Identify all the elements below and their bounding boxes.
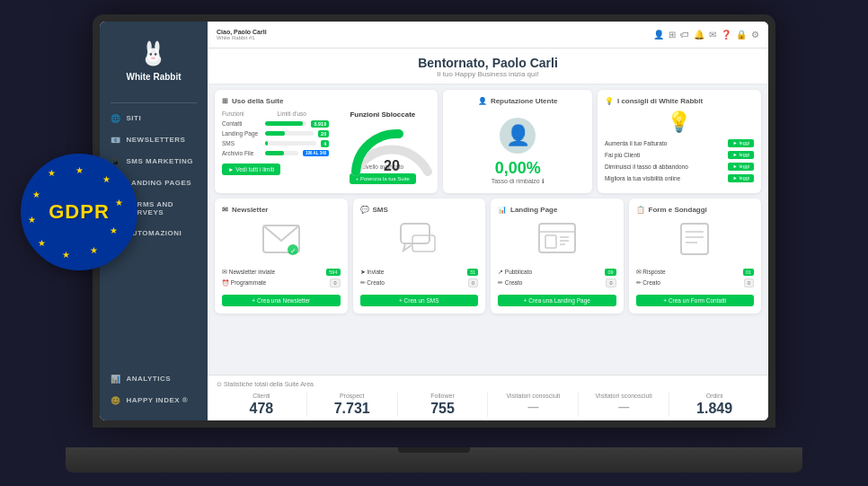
suite-val-landing: 20 (318, 130, 329, 137)
sms-bubble-icon (360, 221, 479, 263)
sms-sent-value: 31 (467, 269, 478, 276)
create-form-button[interactable]: + Crea un Form Contatti (636, 295, 755, 306)
newsletter-programmed-value: 0 (330, 278, 340, 287)
svg-text:★: ★ (75, 165, 84, 175)
topbar-icons: 👤 ⊞ 🏷 🔔 ✉ ❓ 🔒 ⚙ (653, 30, 759, 40)
newsletter-envelope-icon: ✓ (222, 221, 341, 263)
sidebar-item-newsletters[interactable]: 📧 NEWSLETTERS (100, 129, 208, 151)
tip-btn-1[interactable]: ► leggi (728, 151, 754, 159)
stat-name-visitatori-sconosciuti: Visitatori sconosciuti (582, 393, 665, 399)
sms-created-value: 0 (468, 278, 478, 287)
grid-topbar-icon[interactable]: ⊞ (669, 30, 676, 40)
gear-topbar-icon[interactable]: ⚙ (751, 30, 759, 40)
suite-row-landing: Landing Page 20 (222, 130, 329, 137)
stat-col-visitatori-sconosciuti: Visitatori sconosciuti — (579, 393, 669, 417)
tip-row-0: Aumenta il tuo Fatturato ► leggi (605, 139, 754, 147)
create-landing-button[interactable]: + Crea una Landing Page (498, 295, 616, 306)
suite-bar-sms (265, 141, 316, 146)
sidebar-item-siti[interactable]: 🌐 SITI (100, 108, 208, 129)
landing-created-value: 0 (606, 278, 616, 287)
laptop-frame: White Rabbit 🌐 SITI 📧 NEWSLETTERS 📱 SMS … (66, 14, 802, 473)
tip-btn-3[interactable]: ► leggi (728, 174, 754, 182)
sms-stat-sent: ➤ Inviate 31 (360, 269, 479, 276)
suite-row-archivio: Archivio File 196 AL 340 (222, 150, 329, 156)
svg-point-14 (150, 53, 153, 56)
stat-col-clienti: Clienti 478 (217, 393, 307, 417)
cards-row-2: ✉ Newsletter ✓ (215, 199, 761, 314)
tips-card: 💡 I consigli di White Rabbit 💡 Aumenta i… (598, 90, 761, 193)
svg-text:★: ★ (32, 189, 40, 199)
sidebar-item-analytics[interactable]: 📊 ANALYTICS (100, 368, 208, 390)
laptop-screen: White Rabbit 🌐 SITI 📧 NEWSLETTERS 📱 SMS … (100, 22, 768, 420)
tip-row-3: Migliora la tua visibilità online ► legg… (605, 174, 754, 182)
stat-name-ordini: Ordini (673, 393, 756, 399)
landing-created-label: ✏ Creato (498, 279, 522, 287)
svg-text:20: 20 (384, 158, 400, 173)
tip-btn-0[interactable]: ► leggi (728, 139, 754, 147)
stat-value-ordini: 1.849 (673, 401, 756, 417)
tip-row-2: Diminuisci il tasso di abbandono ► leggi (605, 163, 754, 171)
stats-footer-grid: Clienti 478 Prospect 7.731 Follower 755 (217, 393, 759, 417)
sidebar-brand-label: White Rabbit (126, 72, 181, 82)
forms-created-label: ✏ Creato (636, 279, 660, 287)
topbar-greeting: Ciao, Paolo Carli (217, 29, 267, 35)
suite-label-sms: SMS (222, 140, 262, 146)
landing-card-icon: 📊 (498, 206, 507, 214)
forms-stat-created: ✏ Creato 0 (636, 278, 755, 287)
lock-topbar-icon[interactable]: 🔒 (736, 30, 747, 40)
stat-col-follower: Follower 755 (398, 393, 489, 417)
suite-label-contatti: Contatti (222, 120, 262, 127)
avatar: 👤 (500, 118, 536, 154)
suite-inner: Funzioni Limiti d'uso Contatti (222, 110, 430, 184)
tag-topbar-icon[interactable]: 🏷 (680, 30, 689, 40)
stat-name-prospect: Prospect (311, 393, 394, 399)
sms-card: 💬 SMS (353, 199, 486, 314)
view-limits-button[interactable]: ► Vedi tutti i limiti (222, 163, 280, 175)
stats-footer: ⊙ Statistiche totali della Suite Area Cl… (208, 375, 768, 420)
help-topbar-icon[interactable]: ❓ (721, 30, 731, 40)
sidebar-item-happyindex[interactable]: 😊 HAPPY INDEX ® (100, 390, 208, 411)
gdpr-badge[interactable]: ★ ★ ★ ★ ★ ★ ★ ★ ★ ★ GDPR (21, 154, 137, 270)
gauge-wrap: 20 (347, 122, 419, 162)
stat-col-prospect: Prospect 7.731 (307, 393, 398, 417)
sidebar-logo: White Rabbit (119, 31, 188, 89)
stat-value-visitatori-conosciuti: — (492, 401, 574, 413)
sms-card-title: 💬 SMS (360, 206, 479, 214)
user-topbar-icon[interactable]: 👤 (653, 30, 664, 40)
forms-created-value: 0 (744, 278, 754, 287)
svg-text:★: ★ (115, 198, 123, 208)
stat-value-visitatori-sconosciuti: — (582, 401, 665, 413)
scene: ★ ★ ★ ★ ★ ★ ★ ★ ★ ★ GDPR (48, 10, 820, 477)
svg-point-13 (147, 48, 160, 62)
suite-row-sms: SMS 4 (222, 140, 329, 147)
svg-text:★: ★ (62, 249, 70, 259)
stat-value-clienti: 478 (220, 401, 303, 417)
landing-page-card: 📊 Landing Page (491, 199, 624, 314)
mail-topbar-icon[interactable]: ✉ (709, 30, 716, 40)
sidebar-divider (111, 102, 197, 103)
suite-label-archivio: Archivio File (222, 150, 262, 156)
suite-icon: ⊞ (222, 97, 228, 105)
sms-created-label: ✏ Creato (360, 279, 385, 287)
newsletter-sent-label: ✉ Newsletter inviate (222, 269, 275, 276)
stat-name-follower: Follower (402, 393, 484, 399)
cards-area: ⊞ Uso della Suite Funzioni Limiti d'uso (208, 84, 768, 375)
suite-val-sms: 4 (321, 140, 329, 147)
laptop-screen-frame: White Rabbit 🌐 SITI 📧 NEWSLETTERS 📱 SMS … (93, 14, 775, 428)
reputation-title: 👤 Reputazione Utente (478, 97, 558, 105)
bell-topbar-icon[interactable]: 🔔 (694, 30, 704, 40)
suite-th-funzioni: Funzioni (222, 110, 274, 117)
main-content: Ciao, Paolo Carli White Rabbit #1 👤 ⊞ 🏷 … (208, 22, 768, 420)
svg-text:✓: ✓ (289, 247, 296, 255)
sms-sent-label: ➤ Inviate (360, 269, 385, 276)
bounce-rate-label: Tasso di rimbalzo ℹ (492, 178, 545, 185)
forms-card: 📋 Form e Sondaggi (629, 199, 762, 314)
dash-subtitle: Il tuo Happy Business inizia qui! (208, 70, 768, 78)
gdpr-label: GDPR (49, 200, 110, 224)
tip-btn-2[interactable]: ► leggi (728, 163, 754, 171)
create-sms-button[interactable]: + Crea un SMS (360, 295, 479, 306)
create-newsletter-button[interactable]: + Crea una Newsletter (222, 295, 341, 306)
stat-name-clienti: Clienti (220, 393, 303, 399)
newsletter-card: ✉ Newsletter ✓ (215, 199, 348, 314)
landing-page-icon (498, 221, 616, 263)
